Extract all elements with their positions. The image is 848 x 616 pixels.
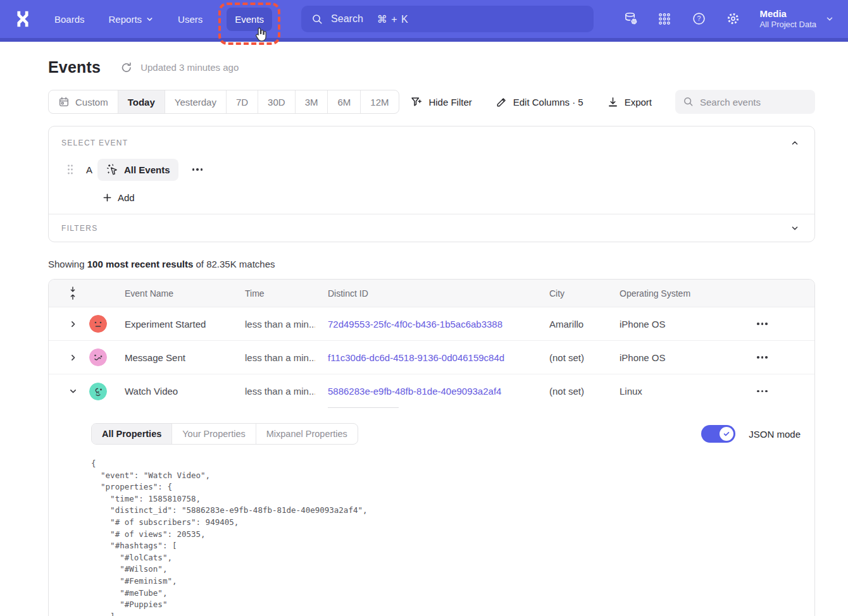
refresh-icon[interactable] bbox=[120, 61, 134, 75]
sort-icon[interactable] bbox=[61, 285, 84, 301]
hide-filter-button[interactable]: Hide Filter bbox=[410, 95, 471, 108]
date-range-30d[interactable]: 30D bbox=[258, 90, 296, 113]
nav-item-boards[interactable]: Boards bbox=[54, 14, 85, 25]
column-header-distinct-id[interactable]: Distinct ID bbox=[315, 288, 537, 299]
table-row[interactable]: Message Sent less than a min... f11c30d6… bbox=[49, 341, 814, 374]
event-detail-panel: All Properties Your Properties Mixpanel … bbox=[49, 408, 814, 616]
column-header-os[interactable]: Operating System bbox=[607, 288, 752, 299]
query-builder-card: SELECT EVENT A All Events bbox=[48, 126, 815, 242]
settings-gear-icon[interactable] bbox=[725, 11, 740, 27]
primary-nav: Boards Reports Users Events bbox=[54, 8, 272, 31]
date-range-custom[interactable]: Custom bbox=[49, 90, 118, 113]
search-events-field[interactable] bbox=[675, 90, 815, 114]
export-button[interactable]: Export bbox=[607, 96, 652, 108]
event-selector-chip[interactable]: All Events bbox=[97, 159, 178, 181]
distinct-id-cell: f11c30d6-dc6d-4518-9136-0d046159c84d bbox=[315, 352, 537, 363]
events-table: Event Name Time Distinct ID City Operati… bbox=[48, 279, 815, 616]
drag-handle-icon[interactable] bbox=[66, 164, 74, 175]
global-search-bar[interactable]: Search ⌘ + K bbox=[301, 6, 594, 32]
mixpanel-logo-icon[interactable] bbox=[13, 9, 33, 29]
json-view[interactable]: { "event": "Watch Video", "properties": … bbox=[91, 458, 802, 616]
date-range-7d[interactable]: 7D bbox=[227, 90, 258, 113]
date-range-6m[interactable]: 6M bbox=[328, 90, 361, 113]
nav-right-cluster: ? Media All Project Data bbox=[623, 8, 834, 30]
date-range-3m[interactable]: 3M bbox=[296, 90, 328, 113]
help-icon[interactable]: ? bbox=[691, 11, 706, 27]
search-events-input[interactable] bbox=[700, 97, 807, 108]
tab-all-properties[interactable]: All Properties bbox=[92, 424, 172, 444]
search-icon bbox=[683, 96, 694, 108]
table-row[interactable]: Experiment Started less than a min... 72… bbox=[49, 307, 814, 341]
event-name-cell: Experiment Started bbox=[112, 319, 232, 330]
expand-row-icon[interactable] bbox=[61, 320, 84, 328]
event-avatar bbox=[89, 315, 107, 333]
os-cell: Linux bbox=[607, 386, 752, 397]
svg-text:?: ? bbox=[697, 15, 701, 23]
tab-your-properties[interactable]: Your Properties bbox=[172, 424, 256, 444]
search-icon bbox=[311, 13, 323, 25]
updated-timestamp: Updated 3 minutes ago bbox=[140, 62, 239, 73]
date-range-yesterday[interactable]: Yesterday bbox=[165, 90, 227, 113]
expand-row-icon[interactable] bbox=[61, 354, 84, 362]
app-grid-icon[interactable] bbox=[657, 11, 672, 27]
expand-filters-icon[interactable] bbox=[788, 221, 802, 235]
top-navigation: Boards Reports Users Events Search ⌘ + K bbox=[0, 0, 848, 38]
magic-cursor-icon bbox=[106, 163, 119, 176]
event-avatar bbox=[89, 383, 107, 400]
distinct-id-link[interactable]: 72d49553-25fc-4f0c-b436-1b5ac6ab3388 bbox=[328, 319, 502, 330]
chevron-down-icon bbox=[825, 15, 834, 23]
project-name: Media bbox=[759, 8, 816, 20]
city-cell: (not set) bbox=[537, 386, 607, 397]
nav-item-events[interactable]: Events bbox=[227, 8, 272, 31]
time-cell: less than a min... bbox=[232, 352, 315, 363]
project-switcher[interactable]: Media All Project Data bbox=[759, 8, 834, 30]
properties-tabs: All Properties Your Properties Mixpanel … bbox=[91, 423, 358, 445]
column-header-event-name[interactable]: Event Name bbox=[112, 288, 232, 299]
search-label: Search bbox=[331, 13, 363, 25]
tab-mixpanel-properties[interactable]: Mixpanel Properties bbox=[256, 424, 358, 444]
os-cell: iPhone OS bbox=[607, 352, 752, 363]
event-row-menu-icon[interactable] bbox=[192, 168, 203, 171]
distinct-id-cell: 5886283e-e9fb-48fb-81de-40e9093a2af4 bbox=[315, 386, 537, 397]
nav-item-reports[interactable]: Reports bbox=[109, 14, 154, 25]
collapse-section-icon[interactable] bbox=[788, 136, 802, 150]
search-shortcut: ⌘ + K bbox=[377, 13, 409, 25]
event-name-cell: Message Sent bbox=[112, 352, 232, 363]
event-name-cell: Watch Video bbox=[112, 386, 232, 397]
column-header-city[interactable]: City bbox=[537, 288, 607, 299]
distinct-id-link[interactable]: 5886283e-e9fb-48fb-81de-40e9093a2af4 bbox=[328, 386, 501, 397]
row-menu-icon[interactable] bbox=[752, 356, 768, 359]
filters-label: FILTERS bbox=[61, 224, 98, 233]
row-menu-icon[interactable] bbox=[752, 323, 768, 325]
collapse-row-icon[interactable] bbox=[61, 387, 84, 395]
nav-item-users[interactable]: Users bbox=[178, 14, 203, 25]
time-cell: less than a min... bbox=[232, 319, 315, 330]
funnel-plus-icon bbox=[410, 95, 423, 108]
row-menu-icon[interactable] bbox=[752, 390, 768, 393]
table-header-row: Event Name Time Distinct ID City Operati… bbox=[49, 280, 814, 307]
event-avatar bbox=[89, 348, 107, 366]
pencil-icon bbox=[496, 96, 508, 108]
event-row-letter: A bbox=[86, 164, 92, 175]
table-row-expanded[interactable]: Watch Video less than a min... 5886283e-… bbox=[49, 374, 814, 408]
calendar-icon bbox=[58, 96, 70, 108]
add-event-button[interactable]: Add bbox=[103, 188, 135, 206]
results-summary: Showing 100 most recent results of 82.35… bbox=[48, 259, 815, 269]
plus-icon bbox=[103, 193, 112, 202]
event-query-row: A All Events bbox=[61, 158, 802, 181]
edit-columns-button[interactable]: Edit Columns · 5 bbox=[496, 96, 583, 108]
page-title: Events bbox=[48, 58, 101, 77]
data-management-icon[interactable] bbox=[623, 11, 638, 27]
check-icon bbox=[723, 430, 730, 438]
json-mode-toggle[interactable] bbox=[701, 425, 735, 443]
date-range-today[interactable]: Today bbox=[118, 90, 165, 113]
chevron-down-icon bbox=[146, 15, 154, 23]
date-range-12m[interactable]: 12M bbox=[361, 90, 398, 113]
download-icon bbox=[607, 96, 619, 108]
select-event-label: SELECT EVENT bbox=[61, 139, 128, 147]
json-mode-label: JSON mode bbox=[749, 429, 801, 440]
column-header-time[interactable]: Time bbox=[232, 288, 315, 299]
filters-section[interactable]: FILTERS bbox=[49, 214, 814, 242]
time-cell: less than a min... bbox=[232, 386, 315, 397]
distinct-id-link[interactable]: f11c30d6-dc6d-4518-9136-0d046159c84d bbox=[328, 352, 504, 363]
